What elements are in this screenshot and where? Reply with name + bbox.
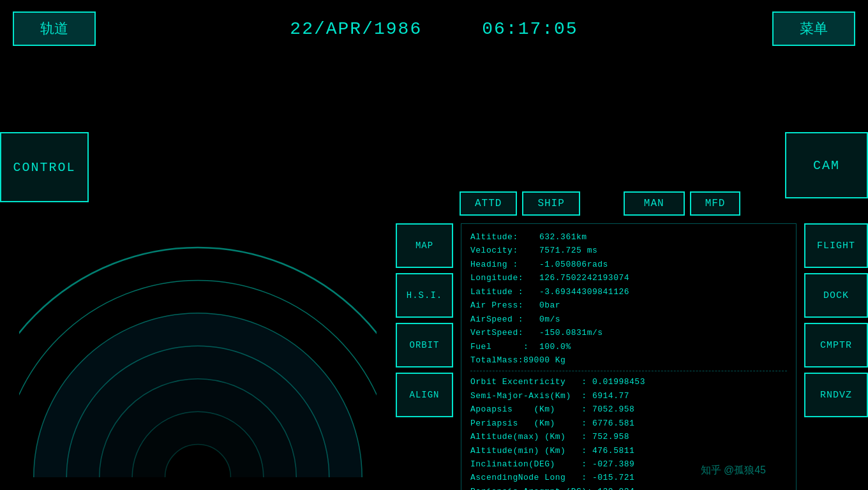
rndvz-button[interactable]: RNDVZ bbox=[804, 373, 868, 417]
telem-divider bbox=[470, 371, 787, 371]
tab-row: ATTD SHIP MAN MFD bbox=[396, 191, 868, 216]
tab-ship[interactable]: SHIP bbox=[522, 191, 580, 216]
telem-altitude: Altitude: 632.361km bbox=[470, 230, 787, 244]
hud-area bbox=[0, 57, 396, 490]
header: 轨道 22/APR/1986 06:17:05 菜单 bbox=[0, 0, 868, 57]
orbit-altmin: Altitude(min) (Km) : 476.5811 bbox=[470, 444, 787, 457]
watermark: 知乎 @孤狼45 bbox=[701, 464, 766, 477]
flight-button[interactable]: FLIGHT bbox=[804, 223, 868, 268]
telem-fuel: Fuel : 100.0% bbox=[470, 340, 787, 353]
telem-totalmass: TotalMass:89000 Kg bbox=[470, 353, 787, 367]
data-panel: ATTD SHIP MAN MFD MAP H.S.I. ORBIT ALIGN… bbox=[396, 191, 868, 490]
left-buttons: MAP H.S.I. ORBIT ALIGN bbox=[396, 223, 453, 490]
orbit-altmax: Altitude(max) (Km) : 752.958 bbox=[470, 430, 787, 443]
orbit-excentricity: Orbit Excentricity : 0.01998453 bbox=[470, 375, 787, 389]
radar-display bbox=[19, 235, 377, 490]
cam-label: CAM bbox=[813, 158, 840, 173]
tab-mfd[interactable]: MFD bbox=[690, 191, 741, 216]
telem-latitude: Latitude : -3.69344309841126 bbox=[470, 285, 787, 299]
dock-button[interactable]: DOCK bbox=[804, 273, 868, 318]
telem-airpress: Air Press: 0bar bbox=[470, 299, 787, 312]
telemetry-display: Altitude: 632.361km Velocity: 7571.725 m… bbox=[461, 223, 797, 490]
telem-vertspeed: VertSpeed: -150.0831m/s bbox=[470, 326, 787, 339]
hsi-button[interactable]: H.S.I. bbox=[396, 273, 453, 318]
cmptr-button[interactable]: CMPTR bbox=[804, 323, 868, 368]
orbit-periapsis: Periapsis (Km) : 6776.581 bbox=[470, 417, 787, 430]
orbit-periapsis-arg: Periapsis-Aregmnt (DG): 139.824 bbox=[470, 485, 787, 490]
telem-heading: Heading : -1.050806rads bbox=[470, 258, 787, 271]
main-data-area: MAP H.S.I. ORBIT ALIGN Altitude: 632.361… bbox=[396, 223, 868, 490]
right-buttons: FLIGHT DOCK CMPTR RNDVZ bbox=[804, 223, 868, 490]
datetime-display: 22/APR/1986 06:17:05 bbox=[290, 19, 578, 39]
menu-button[interactable]: 菜单 bbox=[772, 11, 855, 46]
map-button[interactable]: MAP bbox=[396, 223, 453, 268]
time-text: 06:17:05 bbox=[482, 19, 578, 39]
tab-man[interactable]: MAN bbox=[624, 191, 685, 216]
date-text: 22/APR/1986 bbox=[290, 19, 422, 39]
orbit-apoapsis: Apoapsis (Km) : 7052.958 bbox=[470, 403, 787, 416]
telem-velocity: Velocity: 7571.725 ms bbox=[470, 244, 787, 257]
telem-longitude: Longitude: 126.7502242193074 bbox=[470, 271, 787, 285]
cam-button[interactable]: CAM bbox=[785, 132, 868, 198]
align-button[interactable]: ALIGN bbox=[396, 373, 453, 417]
telem-airspeed: AirSpeed : 0m/s bbox=[470, 313, 787, 326]
orbit-semimajor: Semi-Major-Axis(Km) : 6914.77 bbox=[470, 389, 787, 403]
orbit-side-button[interactable]: ORBIT bbox=[396, 323, 453, 368]
orbit-button[interactable]: 轨道 bbox=[13, 11, 96, 46]
tab-attd[interactable]: ATTD bbox=[460, 191, 517, 216]
